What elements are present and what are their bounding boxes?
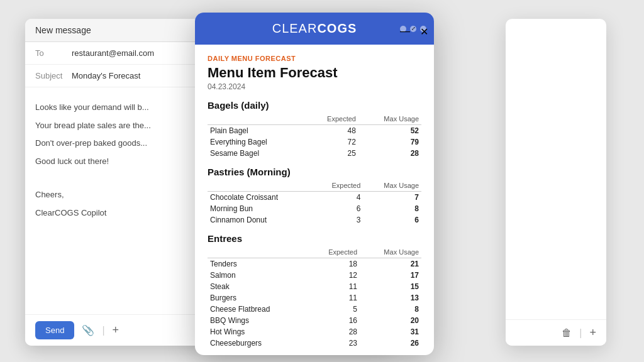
item-max: 15 (360, 281, 421, 292)
logo-cogs: COGS (317, 21, 357, 35)
item-max: 13 (360, 292, 421, 304)
col-expected-0: Expected (305, 113, 358, 125)
item-max: 52 (358, 125, 421, 137)
menu-sections: Bagels (daily) Expected Max Usage Plain … (208, 100, 421, 349)
item-max: 7 (363, 192, 421, 204)
table-row: Plain Bagel 48 52 (208, 125, 421, 137)
item-name: Cinnamon Donut (208, 214, 314, 226)
subject-value: Monday's Forecast (72, 71, 140, 80)
table-row: Salmon 12 17 (208, 270, 421, 281)
item-max: 8 (360, 304, 421, 315)
item-max: 28 (358, 148, 421, 159)
section-title-1: Pastries (Morning) (208, 167, 421, 177)
item-name: Salmon (208, 270, 308, 281)
item-expected: 28 (308, 326, 360, 337)
window-controls: — ⤢ ✕ (400, 26, 426, 32)
attach-icon[interactable]: 📎 (82, 324, 94, 336)
minimize-button[interactable]: — (400, 26, 406, 32)
close-button[interactable]: ✕ (420, 26, 426, 32)
item-max: 79 (358, 136, 421, 148)
col-max-1: Max Usage (363, 180, 421, 192)
section-table-2: Expected Max Usage Tenders 18 21 Salmon … (208, 246, 421, 349)
maximize-button[interactable]: ⤢ (410, 26, 416, 32)
logo-clear: CLEAR (272, 21, 318, 35)
item-name: Sesame Bagel (208, 148, 305, 159)
item-max: 20 (360, 315, 421, 326)
table-row: Burgers 11 13 (208, 292, 421, 304)
table-row: Cinnamon Donut 3 6 (208, 214, 421, 226)
section-1: Pastries (Morning) Expected Max Usage Ch… (208, 167, 421, 226)
table-row: Sesame Bagel 25 28 (208, 148, 421, 159)
item-name: BBQ Wings (208, 315, 308, 326)
item-name: Tenders (208, 258, 308, 270)
col-item-0 (208, 113, 305, 125)
item-max: 17 (360, 270, 421, 281)
section-table-1: Expected Max Usage Chocolate Croissant 4… (208, 180, 421, 226)
item-max: 21 (360, 258, 421, 270)
table-row: Tenders 18 21 (208, 258, 421, 270)
item-expected: 12 (308, 270, 360, 281)
to-value: restaurant@email.com (72, 48, 154, 58)
subject-label: Subject (35, 71, 67, 80)
col-item-1 (208, 180, 314, 192)
section-0: Bagels (daily) Expected Max Usage Plain … (208, 100, 421, 159)
to-label: To (35, 48, 67, 58)
item-name: Plain Bagel (208, 125, 305, 137)
trash-icon[interactable]: 🗑 (562, 327, 572, 339)
divider-line: | (102, 325, 104, 336)
right-add-icon[interactable]: + (589, 326, 596, 339)
item-expected: 25 (305, 148, 358, 159)
item-expected: 11 (308, 281, 360, 292)
compose-title: New message (35, 25, 91, 35)
send-button[interactable]: Send (35, 321, 74, 339)
item-name: Morning Bun (208, 203, 314, 214)
right-divider: | (579, 327, 582, 339)
col-max-2: Max Usage (360, 246, 421, 258)
email-right-footer: 🗑 | + (506, 319, 606, 346)
item-expected: 11 (308, 292, 360, 304)
email-right-panel: 🗑 | + (506, 19, 606, 346)
section-table-0: Expected Max Usage Plain Bagel 48 52 Eve… (208, 113, 421, 159)
item-name: Cheese Flatbread (208, 304, 308, 315)
item-expected: 4 (314, 192, 363, 204)
add-icon[interactable]: + (113, 324, 119, 337)
section-title-0: Bagels (daily) (208, 100, 421, 111)
item-expected: 23 (308, 337, 360, 349)
table-row: Cheese Flatbread 5 8 (208, 304, 421, 315)
table-row: Hot Wings 28 31 (208, 326, 421, 337)
item-name: Steak (208, 281, 308, 292)
col-max-0: Max Usage (358, 113, 421, 125)
item-expected: 3 (314, 214, 363, 226)
item-max: 31 (360, 326, 421, 337)
table-row: BBQ Wings 16 20 (208, 315, 421, 326)
table-row: Everything Bagel 72 79 (208, 136, 421, 148)
clearcogs-header: CLEARCOGS — ⤢ ✕ (195, 13, 434, 45)
table-row: Morning Bun 6 8 (208, 203, 421, 214)
item-expected: 48 (305, 125, 358, 137)
clearcogs-card: CLEARCOGS — ⤢ ✕ Daily Menu Forecast Menu… (195, 13, 434, 355)
table-row: Chocolate Croissant 4 7 (208, 192, 421, 204)
table-row: Steak 11 15 (208, 281, 421, 292)
table-row: Cheeseburgers 23 26 (208, 337, 421, 349)
item-expected: 6 (314, 203, 363, 214)
item-max: 26 (360, 337, 421, 349)
forecast-title: Menu Item Forecast (208, 65, 421, 81)
item-max: 6 (363, 214, 421, 226)
section-title-2: Entrees (208, 233, 421, 244)
item-expected: 16 (308, 315, 360, 326)
clearcogs-body: Daily Menu Forecast Menu Item Forecast 0… (195, 45, 434, 354)
col-expected-2: Expected (308, 246, 360, 258)
clearcogs-logo: CLEARCOGS (208, 21, 421, 36)
item-expected: 5 (308, 304, 360, 315)
item-max: 8 (363, 203, 421, 214)
forecast-label: Daily Menu Forecast (208, 55, 421, 62)
item-name: Cheeseburgers (208, 337, 308, 349)
item-name: Everything Bagel (208, 136, 305, 148)
col-item-2 (208, 246, 308, 258)
item-name: Hot Wings (208, 326, 308, 337)
item-name: Chocolate Croissant (208, 192, 314, 204)
item-expected: 72 (305, 136, 358, 148)
forecast-date: 04.23.2024 (208, 82, 421, 91)
item-expected: 18 (308, 258, 360, 270)
section-2: Entrees Expected Max Usage Tenders 18 21… (208, 233, 421, 349)
